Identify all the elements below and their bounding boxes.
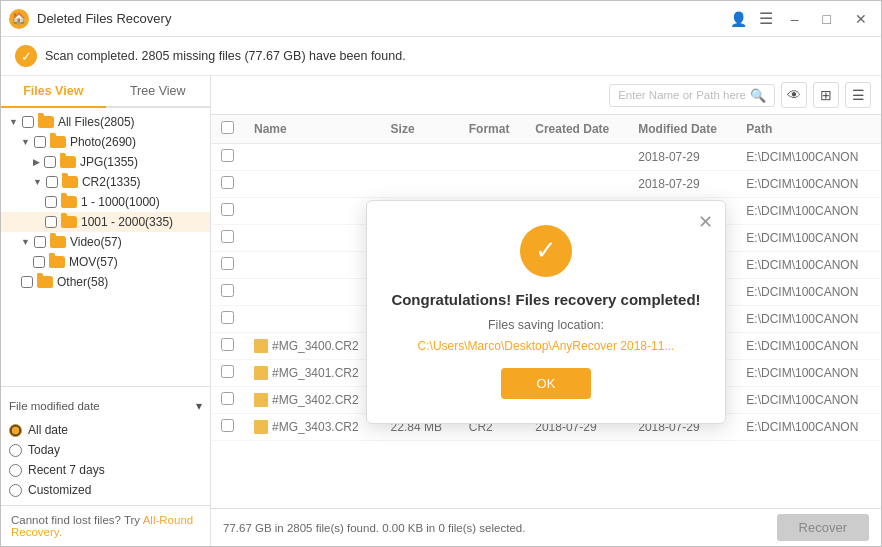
cannot-find: Cannot find lost files? Try All-Round Re… <box>1 505 210 546</box>
window-controls: 👤 ☰ – □ ✕ <box>730 9 873 29</box>
tree-item-mov[interactable]: MOV(57) <box>1 252 210 272</box>
minimize-button[interactable]: – <box>785 9 805 29</box>
filter-chevron-icon: ▾ <box>196 399 202 413</box>
folder-icon <box>37 276 53 288</box>
all-files-checkbox[interactable] <box>22 116 34 128</box>
radio-today-input[interactable] <box>9 444 22 457</box>
filter-section: File modified date ▾ All date Today Rece… <box>1 386 210 505</box>
maximize-button[interactable]: □ <box>817 9 837 29</box>
success-icon: ✓ <box>520 225 572 277</box>
success-modal: ✕ ✓ Congratulations! Files recovery comp… <box>366 200 726 424</box>
chevron-icon: ▶ <box>33 157 40 167</box>
tab-files-view[interactable]: Files View <box>1 76 106 108</box>
table-section: Name Size Format Created Date Modified D… <box>211 115 881 508</box>
tree-label: Video(57) <box>70 235 122 249</box>
tree-item-jpg[interactable]: ▶ JPG(1355) <box>1 152 210 172</box>
radio-recent7[interactable]: Recent 7 days <box>9 463 202 477</box>
right-panel: Enter Name or Path here 🔍 👁 ⊞ ☰ Name <box>211 76 881 546</box>
save-location-link[interactable]: C:\Users\Marco\Desktop\AnyRecover 2018-1… <box>418 339 675 353</box>
toolbar: Enter Name or Path here 🔍 👁 ⊞ ☰ <box>211 76 881 115</box>
cannot-find-text: Cannot find lost files? Try <box>11 514 143 526</box>
radio-customized-input[interactable] <box>9 484 22 497</box>
folder-icon <box>61 216 77 228</box>
search-icon[interactable]: 🔍 <box>750 88 766 103</box>
tree-item-cr2[interactable]: ▼ CR2(1335) <box>1 172 210 192</box>
mov-checkbox[interactable] <box>33 256 45 268</box>
chevron-icon: ▼ <box>33 177 42 187</box>
radio-customized[interactable]: Customized <box>9 483 202 497</box>
user-icon[interactable]: 👤 <box>730 11 747 27</box>
modal-ok-button[interactable]: OK <box>501 368 592 399</box>
photo-checkbox[interactable] <box>34 136 46 148</box>
eye-view-button[interactable]: 👁 <box>781 82 807 108</box>
radio-recent7-input[interactable] <box>9 464 22 477</box>
chevron-icon: ▼ <box>9 117 18 127</box>
titlebar: 🏠 Deleted Files Recovery 👤 ☰ – □ ✕ <box>1 1 881 37</box>
filter-label: File modified date <box>9 400 100 412</box>
chevron-icon: ▼ <box>21 137 30 147</box>
range1-checkbox[interactable] <box>45 196 57 208</box>
modal-overlay: ✕ ✓ Congratulations! Files recovery comp… <box>211 115 881 508</box>
menu-icon[interactable]: ☰ <box>759 9 773 28</box>
notif-icon: ✓ <box>15 45 37 67</box>
list-view-button[interactable]: ☰ <box>845 82 871 108</box>
tree-label: Photo(2690) <box>70 135 136 149</box>
tab-tree-view[interactable]: Tree View <box>106 76 211 106</box>
main-area: Files View Tree View ▼ All Files(2805) ▼ <box>1 76 881 546</box>
notif-text: Scan completed. 2805 missing files (77.6… <box>45 49 406 63</box>
range2-checkbox[interactable] <box>45 216 57 228</box>
search-box[interactable]: Enter Name or Path here 🔍 <box>609 84 775 107</box>
cr2-checkbox[interactable] <box>46 176 58 188</box>
tree-label: CR2(1335) <box>82 175 141 189</box>
app-icon: 🏠 <box>9 9 29 29</box>
tree-item-photo[interactable]: ▼ Photo(2690) <box>1 132 210 152</box>
radio-all-date[interactable]: All date <box>9 423 202 437</box>
app-title: Deleted Files Recovery <box>37 11 730 26</box>
modal-title: Congratulations! Files recovery complete… <box>391 291 701 308</box>
modal-close-button[interactable]: ✕ <box>698 211 713 233</box>
folder-icon <box>62 176 78 188</box>
filter-title[interactable]: File modified date ▾ <box>9 395 202 417</box>
tree-item-1-1000[interactable]: 1 - 1000(1000) <box>1 192 210 212</box>
tree-label: MOV(57) <box>69 255 118 269</box>
folder-icon <box>50 236 66 248</box>
radio-today[interactable]: Today <box>9 443 202 457</box>
tree-label: JPG(1355) <box>80 155 138 169</box>
tree-label: Other(58) <box>57 275 108 289</box>
search-placeholder-text: Enter Name or Path here <box>618 89 746 101</box>
jpg-checkbox[interactable] <box>44 156 56 168</box>
folder-icon <box>50 136 66 148</box>
tree-item-1001-2000[interactable]: 1001 - 2000(335) <box>1 212 210 232</box>
folder-icon <box>49 256 65 268</box>
recover-button[interactable]: Recover <box>777 514 869 541</box>
tree-label: 1 - 1000(1000) <box>81 195 160 209</box>
folder-icon <box>38 116 54 128</box>
video-checkbox[interactable] <box>34 236 46 248</box>
folder-icon <box>60 156 76 168</box>
tree-item-all-files[interactable]: ▼ All Files(2805) <box>1 112 210 132</box>
modal-subtitle: Files saving location: <box>391 318 701 332</box>
tree-item-video[interactable]: ▼ Video(57) <box>1 232 210 252</box>
bottom-bar: 77.67 GB in 2805 file(s) found. 0.00 KB … <box>211 508 881 546</box>
tree-label: 1001 - 2000(335) <box>81 215 173 229</box>
sidebar-tabs: Files View Tree View <box>1 76 210 108</box>
tree-item-other[interactable]: Other(58) <box>1 272 210 292</box>
other-checkbox[interactable] <box>21 276 33 288</box>
notification-bar: ✓ Scan completed. 2805 missing files (77… <box>1 37 881 76</box>
sidebar: Files View Tree View ▼ All Files(2805) ▼ <box>1 76 211 546</box>
radio-all-date-input[interactable] <box>9 424 22 437</box>
close-button[interactable]: ✕ <box>849 9 873 29</box>
file-tree: ▼ All Files(2805) ▼ Photo(2690) ▶ <box>1 108 210 386</box>
radio-group: All date Today Recent 7 days Customized <box>9 423 202 497</box>
grid-view-button[interactable]: ⊞ <box>813 82 839 108</box>
status-text: 77.67 GB in 2805 file(s) found. 0.00 KB … <box>223 522 525 534</box>
folder-icon <box>61 196 77 208</box>
tree-label: All Files(2805) <box>58 115 135 129</box>
chevron-icon: ▼ <box>21 237 30 247</box>
